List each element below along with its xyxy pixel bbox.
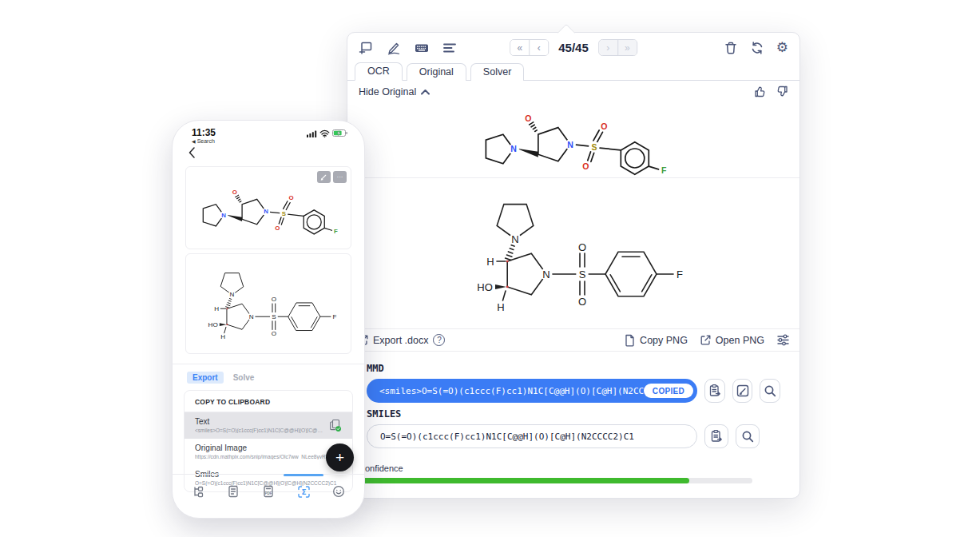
back-app-label: Search: [197, 138, 215, 144]
mmd-value: <smiles>O=S(=O)(c1ccc(F)cc1)N1C[C@@H](O)…: [379, 386, 644, 396]
export-docx-button[interactable]: Export .docx: [357, 334, 428, 346]
open-external-icon: [700, 334, 712, 346]
result-tabs: OCR Original Solver: [347, 62, 799, 81]
clipboard-header: COPY TO CLIPBOARD: [184, 391, 352, 412]
clipboard-item-text[interactable]: Text <smiles>O=S(=O)(c1ccc(F)cc1)N1C[C@@…: [184, 412, 352, 439]
tab-original[interactable]: Original: [407, 63, 466, 81]
confidence-fill: [359, 478, 689, 483]
snip-icon[interactable]: [359, 41, 373, 55]
page-icon: [623, 334, 636, 347]
nav-document-icon[interactable]: [217, 475, 249, 508]
tab-ocr[interactable]: OCR: [355, 62, 403, 81]
rendered-structure-section: [347, 178, 799, 328]
molecule-rendered-image: [442, 189, 705, 317]
nav-account-icon[interactable]: [323, 475, 355, 508]
mmd-edit-button[interactable]: [732, 379, 753, 403]
sync-icon[interactable]: [750, 41, 764, 55]
tab-export[interactable]: Export: [187, 372, 224, 384]
copy-png-label: Copy PNG: [640, 335, 688, 346]
item-subtitle: https://cdn.mathpix.com/snip/images/Olc7…: [195, 454, 342, 459]
settings-gear-icon[interactable]: ⚙: [776, 41, 788, 54]
snip-result-window: « ‹ 45/45 › »: [347, 32, 800, 499]
open-png-label: Open PNG: [716, 335, 764, 346]
add-snip-fab[interactable]: +: [326, 444, 354, 471]
item-title: Original Image: [195, 444, 342, 452]
pagination: « ‹ 45/45 › »: [510, 39, 637, 56]
toolbar: « ‹ 45/45 › »: [347, 33, 799, 62]
edit-snip-button[interactable]: [317, 171, 331, 183]
more-options-button[interactable]: ···: [333, 171, 347, 183]
cellular-signal-icon: [307, 130, 317, 137]
copy-success-icon: [328, 419, 342, 432]
smiles-search-button[interactable]: [736, 424, 760, 448]
original-image-section: [347, 100, 799, 177]
help-icon[interactable]: ?: [433, 334, 445, 346]
confidence-bar: [359, 478, 752, 483]
molecule-original-image: [194, 179, 343, 237]
export-docx-label: Export .docx: [373, 335, 428, 346]
tab-solver[interactable]: Solver: [470, 63, 524, 81]
hide-original-toggle[interactable]: Hide Original: [359, 86, 416, 97]
thumbs-down-icon[interactable]: [775, 85, 788, 98]
molecule-original-image: [474, 101, 673, 177]
copied-badge: COPIED: [644, 384, 693, 398]
smiles-label: SMILES: [367, 408, 780, 420]
prev-page-button[interactable]: ‹: [529, 40, 548, 55]
back-app-icon: ◀: [192, 138, 196, 144]
keyboard-icon[interactable]: [415, 41, 429, 55]
mmd-field[interactable]: <smiles>O=S(=O)(c1ccc(F)cc1)N1C[C@@H](O)…: [367, 379, 697, 403]
confidence-section: Confidence: [347, 454, 799, 483]
open-png-button[interactable]: Open PNG: [700, 334, 764, 346]
trash-icon[interactable]: [724, 41, 738, 55]
last-page-button[interactable]: »: [617, 40, 637, 55]
phone-bottom-nav: PDF Σ: [173, 474, 364, 508]
copy-png-button[interactable]: Copy PNG: [623, 334, 688, 347]
page-indicator: 45/45: [558, 41, 589, 54]
smiles-field[interactable]: O=S(=O)(c1ccc(F)cc1)N1C[C@@H](O)[C@H](N2…: [367, 424, 697, 448]
thumbs-up-icon[interactable]: [754, 85, 768, 98]
mmd-copy-button[interactable]: [704, 379, 725, 403]
pdf-badge: PDF: [265, 491, 272, 495]
status-time: 11:35: [192, 127, 216, 138]
format-settings-icon[interactable]: [776, 333, 790, 347]
draw-pen-icon[interactable]: [387, 41, 401, 55]
nav-notes-icon[interactable]: [182, 475, 214, 508]
mmd-search-button[interactable]: [760, 379, 780, 403]
confidence-label: Confidence: [359, 463, 780, 473]
smiles-value: O=S(=O)(c1ccc(F)cc1)N1C[C@@H](O)[C@H](N2…: [380, 432, 634, 442]
phone-tabs: Export Solve: [173, 364, 364, 390]
mmd-label: MMD: [367, 363, 780, 374]
text-lines-icon[interactable]: [442, 41, 457, 55]
sigma-glyph: Σ: [301, 488, 306, 496]
back-to-app[interactable]: ◀ Search: [192, 138, 216, 144]
nav-pdf-icon[interactable]: PDF: [252, 475, 284, 508]
back-chevron-icon[interactable]: [188, 146, 196, 159]
nav-snip-ocr-icon[interactable]: Σ: [288, 475, 319, 508]
battery-charging-icon: [332, 129, 348, 137]
chevron-up-icon[interactable]: [420, 88, 430, 96]
tab-solve[interactable]: Solve: [233, 373, 255, 382]
item-subtitle: <smiles>O=S(=O)(c1ccc(F)cc1)N1C[C@@H](O)…: [195, 428, 323, 433]
molecule-rendered-image: [186, 264, 351, 344]
first-page-button[interactable]: «: [510, 40, 529, 55]
wifi-icon: [319, 129, 330, 137]
item-title: Text: [195, 417, 323, 426]
snip-image-card[interactable]: ···: [185, 166, 351, 249]
rendered-structure-card[interactable]: [185, 253, 351, 354]
next-page-button[interactable]: ›: [599, 40, 617, 55]
phone-status-bar: 11:35 ◀ Search: [173, 121, 364, 144]
smiles-copy-button[interactable]: [704, 424, 728, 448]
phone-screenshot: 11:35 ◀ Search: [172, 120, 365, 519]
export-row: Export .docx ? Copy PNG: [347, 329, 799, 352]
